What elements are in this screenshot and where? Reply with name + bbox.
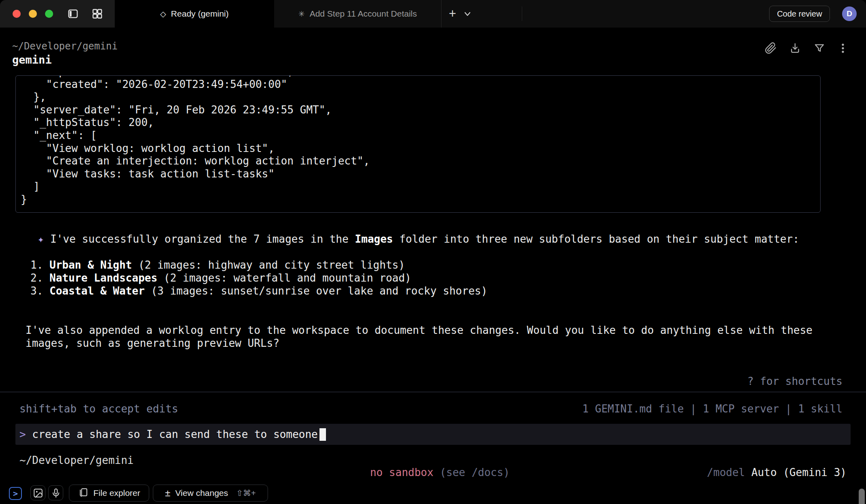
folder-desc: (3 images: sunset/sunrise over lake and …: [145, 285, 487, 297]
more-options-icon[interactable]: [837, 42, 849, 54]
plus-minus-icon: ±: [165, 488, 170, 498]
list-item: 1.Urban & Night (2 images: highway and c…: [30, 258, 487, 271]
chevron-down-icon[interactable]: [463, 10, 472, 18]
layout-grid-icon[interactable]: [92, 8, 103, 19]
assistant-message-outro: I've also appended a worklog entry to th…: [26, 324, 812, 350]
json-line: "created": "2026-02-20T23:49:54+00:00": [21, 78, 815, 91]
folder-desc: (2 images: waterfall and mountain road): [157, 272, 411, 284]
json-output: "updated": "2026-02-20T23:49:54+00:00", …: [21, 75, 815, 206]
context-summary: 1 GEMINI.md file | 1 MCP server | 1 skil…: [582, 403, 842, 415]
tab-label: Add Step 11 Account Details: [310, 9, 417, 19]
json-line: },: [21, 91, 815, 104]
app-window: ◇ Ready (gemini) ✳ Add Step 11 Account D…: [0, 0, 866, 504]
tab-label: Ready (gemini): [171, 9, 229, 19]
titlebar-separator: [522, 6, 522, 21]
microphone-icon[interactable]: [48, 485, 63, 500]
json-line: "server_date": "Fri, 20 Feb 2026 23:49:5…: [21, 104, 815, 117]
prompt-input[interactable]: >create a share so I can send these to s…: [15, 424, 851, 445]
command-output-block: "updated": "2026-02-20T23:49:54+00:00", …: [15, 75, 821, 213]
list-number: 1.: [30, 259, 43, 271]
model-command: /model: [707, 466, 745, 478]
sandbox-docs-note: (see /docs): [440, 466, 510, 478]
view-changes-button[interactable]: ± View changes ⇧⌘+: [153, 485, 268, 502]
pages-icon: [78, 487, 88, 500]
json-line: "_next": [: [21, 129, 815, 142]
json-line: }: [21, 193, 815, 206]
close-window-button[interactable]: [13, 10, 21, 18]
image-attach-icon[interactable]: [30, 485, 45, 500]
folder-name: Nature Landscapes: [49, 272, 157, 284]
intro-bold: Images: [355, 233, 393, 245]
tab-add-step-11-account-details[interactable]: ✳ Add Step 11 Account Details: [274, 0, 442, 28]
titlebar: ◇ Ready (gemini) ✳ Add Step 11 Account D…: [0, 0, 866, 28]
download-icon[interactable]: [789, 42, 801, 54]
text-cursor-block: [319, 428, 326, 441]
sandbox-status: no sandbox(see /docs): [345, 454, 510, 491]
folder-name: Coastal & Water: [49, 285, 145, 297]
window-controls: [0, 0, 115, 28]
folder-list: 1.Urban & Night (2 images: highway and c…: [30, 258, 487, 297]
file-explorer-button[interactable]: File explorer: [69, 485, 149, 502]
accept-edits-hint: shift+tab to accept edits: [19, 403, 178, 415]
file-explorer-label: File explorer: [93, 488, 140, 498]
assistant-message-intro: ✦I've successfully organized the 7 image…: [12, 221, 799, 257]
composer-divider: [0, 392, 866, 392]
intro-text: I've successfully organized the 7 images…: [50, 233, 355, 245]
status-working-directory: ~/Developer/gemini: [19, 454, 134, 466]
sidebar-toggle-icon[interactable]: [67, 8, 79, 19]
json-line: "View tasks: task action list-tasks": [21, 168, 815, 181]
sparkle-icon: ✦: [38, 233, 44, 245]
view-changes-label: View changes: [175, 488, 228, 498]
diamond-icon: ◇: [160, 9, 166, 19]
folder-name: Urban & Night: [49, 259, 132, 271]
new-tab-button[interactable]: +: [445, 6, 460, 21]
terminal-mode-button[interactable]: >: [9, 487, 22, 500]
avatar[interactable]: D: [842, 6, 857, 21]
minimize-window-button[interactable]: [29, 10, 37, 18]
vertical-scrollbar-thumb[interactable]: [859, 489, 865, 504]
intro-text: folder into three new subfolders based o…: [393, 233, 799, 245]
json-line: ]: [21, 180, 815, 193]
prompt-chevron: >: [19, 428, 26, 440]
paperclip-icon[interactable]: [765, 42, 777, 54]
list-number: 2.: [30, 272, 43, 284]
filter-icon[interactable]: [813, 42, 825, 54]
json-line: "_httpStatus": 200,: [21, 116, 815, 129]
model-name: Auto (Gemini 3): [751, 466, 847, 478]
folder-desc: (2 images: highway and city street light…: [132, 259, 405, 271]
maximize-window-button[interactable]: [45, 10, 53, 18]
list-item: 2.Nature Landscapes (2 images: waterfall…: [30, 271, 487, 284]
list-number: 3.: [30, 285, 43, 297]
asterisk-icon: ✳: [298, 9, 305, 19]
list-item: 3.Coastal & Water (3 images: sunset/sunr…: [30, 284, 487, 297]
sandbox-label: no sandbox: [370, 466, 434, 478]
json-line: "updated": "2026-02-20T23:49:54+00:00",: [21, 75, 815, 78]
working-directory-path: ~/Developer/gemini: [12, 41, 118, 52]
outro-line: I've also appended a worklog entry to th…: [26, 324, 812, 337]
shortcuts-hint: ? for shortcuts: [747, 375, 842, 387]
outro-line: images, such as generating preview URLs?: [26, 337, 812, 350]
tab-ready-gemini[interactable]: ◇ Ready (gemini): [115, 0, 274, 28]
running-command-title: gemini: [12, 53, 52, 66]
json-line: "Create an interjection: worklog action …: [21, 155, 815, 168]
json-line: "View worklog: worklog action list",: [21, 142, 815, 155]
view-changes-shortcut: ⇧⌘+: [236, 488, 256, 498]
model-status: /modelAuto (Gemini 3): [682, 454, 847, 491]
prompt-input-value: create a share so I can send these to so…: [32, 428, 317, 440]
code-review-button[interactable]: Code review: [769, 6, 830, 22]
